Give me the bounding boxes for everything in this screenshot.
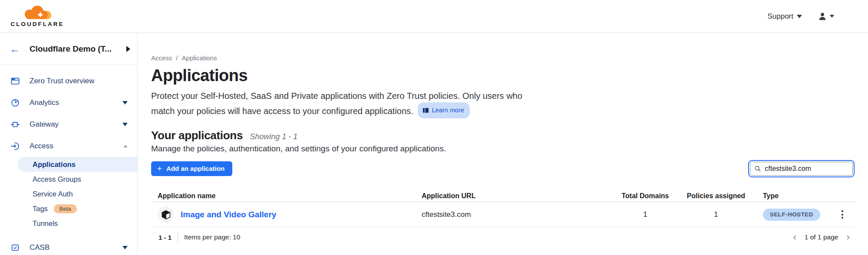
sidebar-item-casb[interactable]: CASB (0, 237, 137, 255)
sidebar-item-label: Zero Trust overview (30, 77, 128, 85)
chevron-right-icon[interactable] (126, 46, 130, 52)
column-header-application-name: Application name (151, 192, 422, 200)
pagination-range: 1 - 1 (158, 234, 172, 241)
column-header-application-url: Application URL (422, 192, 621, 200)
cloudflare-wordmark: CLOUDFLARE (11, 21, 64, 27)
section-subheading: Manage the policies, authentication, and… (151, 144, 855, 154)
sidebar-item-label: Applications (33, 160, 76, 169)
cloudflare-cloud-icon (17, 6, 58, 20)
sidebar-item-label: Access Groups (33, 175, 81, 183)
sidebar-item-access-groups[interactable]: Access Groups (17, 172, 137, 186)
column-header-policies-assigned: Policies assigned (669, 192, 763, 200)
search-icon (755, 165, 761, 172)
chevron-down-icon (830, 15, 834, 18)
book-icon (422, 108, 429, 113)
back-arrow-icon[interactable]: ← (10, 44, 20, 54)
sidebar-item-label: Gateway (30, 120, 122, 129)
add-application-button[interactable]: + Add an application (151, 161, 232, 176)
sidebar-item-tags[interactable]: Tags Beta (17, 201, 137, 216)
section-title: Your applications (151, 129, 243, 142)
page-info: 1 of 1 page (805, 233, 838, 241)
items-per-page: Items per page: 10 (184, 233, 240, 241)
sidebar-item-label: Tags (33, 205, 48, 213)
chevron-down-icon (797, 15, 802, 18)
user-icon (818, 12, 827, 21)
chevron-down-icon (122, 101, 128, 105)
sidebar-item-label: CASB (30, 243, 122, 252)
sidebar-item-service-auth[interactable]: Service Auth (17, 186, 137, 201)
search-input[interactable] (765, 165, 848, 173)
chevron-up-icon (123, 145, 128, 147)
search-focus-ring (748, 160, 855, 177)
sidebar-item-tunnels[interactable]: Tunnels (17, 216, 137, 231)
pie-chart-icon (10, 98, 20, 108)
previous-page-chevron-icon[interactable]: ‹ (791, 232, 799, 242)
chevron-down-icon (122, 123, 128, 126)
breadcrumb-access[interactable]: Access (151, 54, 172, 62)
app-avatar (158, 206, 174, 222)
chevron-down-icon (122, 246, 128, 249)
user-menu[interactable] (818, 12, 834, 21)
breadcrumb: Access / Applications (151, 54, 855, 62)
showing-count: Showing 1 - 1 (250, 132, 297, 141)
learn-more-label: Learn more (432, 104, 464, 117)
breadcrumb-applications[interactable]: Applications (182, 54, 217, 62)
column-header-total-domains: Total Domains (621, 192, 669, 200)
footer-divider (178, 232, 178, 242)
sidebar-item-analytics[interactable]: Analytics (0, 92, 137, 114)
learn-more-link[interactable]: Learn more (418, 102, 470, 118)
access-login-icon (10, 141, 20, 151)
table-row: Image and Video Gallery cftestsite3.com … (151, 202, 855, 227)
application-name-link[interactable]: Image and Video Gallery (181, 210, 276, 219)
next-page-chevron-icon[interactable]: › (844, 232, 852, 242)
application-url: cftestsite3.com (422, 210, 621, 219)
support-menu[interactable]: Support (767, 12, 802, 21)
row-actions-kebab-button[interactable] (838, 208, 847, 221)
casb-check-icon (10, 243, 20, 252)
access-submenu: Applications Access Groups Service Auth … (0, 157, 137, 231)
plus-icon: + (157, 166, 162, 172)
sidebar-item-gateway[interactable]: Gateway (0, 114, 137, 135)
sidebar-item-label: Service Auth (33, 190, 73, 198)
top-navbar: CLOUDFLARE Support (0, 0, 868, 33)
add-application-label: Add an application (166, 165, 224, 172)
sidebar: ← Cloudflare Demo (T... Zero Trust overv… (0, 33, 138, 255)
sidebar-item-label: Access (30, 142, 123, 150)
support-label: Support (767, 12, 793, 21)
main-content: Access / Applications Applications Prote… (138, 33, 868, 255)
sidebar-item-label: Tunnels (33, 219, 58, 228)
column-header-type: Type (763, 192, 828, 200)
sidebar-item-access[interactable]: Access (0, 135, 137, 157)
sidebar-item-zero-trust-overview[interactable]: Zero Trust overview (0, 70, 137, 92)
cube-icon (161, 209, 171, 220)
account-switcher: ← Cloudflare Demo (T... (0, 33, 137, 65)
cloudflare-logo: CLOUDFLARE (9, 6, 66, 27)
type-badge: SELF-HOSTED (763, 209, 820, 221)
window-icon (10, 76, 20, 86)
page-title: Applications (151, 66, 855, 85)
page-description: Protect your Self-Hosted, SaaS and Priva… (151, 89, 542, 118)
sidebar-item-label: Analytics (30, 98, 122, 107)
applications-table: Application name Application URL Total D… (151, 190, 855, 242)
breadcrumb-separator: / (176, 54, 178, 62)
account-name[interactable]: Cloudflare Demo (T... (30, 44, 126, 54)
beta-badge: Beta (54, 204, 77, 213)
sidebar-item-applications[interactable]: Applications (17, 157, 137, 172)
policies-assigned-value: 1 (669, 210, 763, 219)
gateway-icon (10, 120, 20, 129)
total-domains-value: 1 (621, 210, 669, 219)
